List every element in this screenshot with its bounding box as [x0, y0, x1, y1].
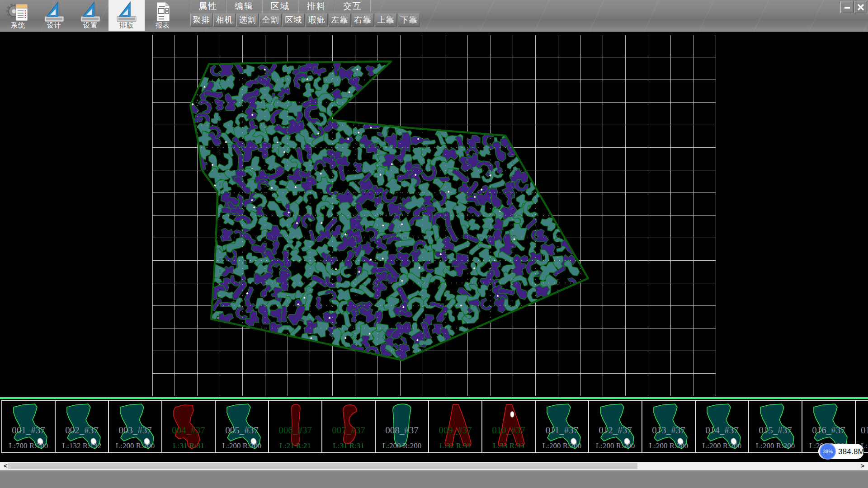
piece-id: 016_#37	[802, 425, 855, 436]
app-button-bar: 系统 设计 设置 排版 报表	[0, 0, 181, 32]
scroll-left-arrow[interactable]: <	[4, 462, 8, 470]
piece-thumbnail-015_#37[interactable]: 015_#37L:200 R:200	[748, 400, 802, 453]
piece-lr-count: L:200 R:200	[642, 441, 695, 450]
piece-lr-count: L:200 R:200	[536, 441, 588, 450]
piece-id: 006_#37	[269, 425, 321, 436]
piece-id: 010_#37	[482, 425, 535, 436]
scroll-right-arrow[interactable]: >	[860, 462, 864, 470]
piece-lr-count: L:31 R:31	[162, 441, 215, 450]
piece-thumbnail-004_#37[interactable]: 004_#37L:31 R:31	[161, 400, 215, 453]
app-button-layout[interactable]: 排版	[108, 0, 145, 31]
app-button-label: 设计	[36, 21, 72, 30]
piece-id: 015_#37	[749, 425, 802, 436]
piece-thumbnail-008_#37[interactable]: 008_#37L:200 R:200	[375, 400, 428, 453]
toolbar: 系统 设计 设置 排版 报表 属性编辑区域排料交互 聚排相机选割全割区域瑕疵左靠…	[0, 0, 868, 32]
piece-lr-count: L:200 R:200	[109, 441, 161, 450]
report-icon	[151, 1, 174, 24]
piece-lr-count: L:32 R:31	[429, 441, 481, 450]
action-button-9[interactable]: 上靠	[375, 14, 397, 27]
piece-lr-count: L:200 R:200	[589, 441, 642, 450]
piece-lr-count: L:31 R:31	[322, 441, 375, 450]
piece-thumbnail-010_#37[interactable]: 010_#37L:33 R:33	[481, 400, 535, 453]
app-button-design[interactable]: 设计	[36, 0, 72, 31]
action-button-1[interactable]: 聚排	[190, 14, 212, 27]
menu-tab-5[interactable]: 交互	[335, 0, 371, 13]
piece-thumbnail-011_#37[interactable]: 011_#37L:200 R:200	[535, 400, 588, 453]
close-button[interactable]	[854, 1, 867, 13]
app-button-system[interactable]: 系统	[0, 0, 36, 31]
minimize-icon	[843, 3, 851, 11]
action-button-5[interactable]: 区域	[283, 14, 305, 27]
piece-thumbnail-013_#37[interactable]: 013_#37L:200 R:200	[642, 400, 695, 453]
piece-id: 002_#37	[56, 425, 108, 436]
piece-lr-count: L:132 R:132	[56, 441, 108, 450]
piece-thumbnail-014_#37[interactable]: 014_#37L:200 R:200	[695, 400, 748, 453]
action-button-bar: 聚排相机选割全割区域瑕疵左靠右靠上靠下靠	[190, 14, 420, 27]
piece-id: 008_#37	[376, 425, 428, 436]
menu-tab-4[interactable]: 排料	[298, 0, 335, 13]
action-button-10[interactable]: 下靠	[398, 14, 420, 27]
canvas-strip-separator	[0, 397, 868, 399]
piece-id: 014_#37	[696, 425, 748, 436]
horizontal-scrollbar[interactable]: < >	[0, 462, 868, 470]
progress-value: 38%	[823, 449, 833, 454]
piece-id: 012_#37	[589, 425, 642, 436]
piece-thumbnail-003_#37[interactable]: 003_#37L:200 R:200	[108, 400, 161, 453]
piece-thumbnail-005_#37[interactable]: 005_#37L:200 R:200	[215, 400, 268, 453]
menu-tab-2[interactable]: 编辑	[226, 0, 262, 13]
piece-id: 004_#37	[162, 425, 215, 436]
scrollbar-thumb[interactable]	[8, 463, 637, 469]
app-button-label: 设置	[72, 21, 108, 30]
app-button-label: 排版	[108, 21, 145, 30]
menu-tab-3[interactable]: 区域	[262, 0, 298, 13]
status-pill: 38% 384.8M	[818, 444, 864, 459]
piece-lr-count: L:200 R:200	[749, 441, 802, 450]
piece-thumbnail-009_#37[interactable]: 009_#37L:32 R:31	[428, 400, 481, 453]
piece-lr-count: L:200 R:200	[696, 441, 748, 450]
piece-id: 003_#37	[109, 425, 161, 436]
piece-id: 013_#37	[642, 425, 695, 436]
menu-tab-1[interactable]: 属性	[190, 0, 226, 13]
piece-thumbnail-012_#37[interactable]: 012_#37L:200 R:200	[588, 400, 642, 453]
piece-thumbnail-007_#37[interactable]: 007_#37L:31 R:31	[321, 400, 375, 453]
piece-lr-count: L:21 R:21	[269, 441, 321, 450]
nested-pieces	[182, 58, 580, 366]
piece-id: 005_#37	[216, 425, 268, 436]
action-button-6[interactable]: 瑕疵	[306, 14, 328, 27]
piece-thumbnail-002_#37[interactable]: 002_#37L:132 R:132	[55, 400, 108, 453]
nesting-canvas[interactable]	[0, 32, 868, 397]
action-button-8[interactable]: 右靠	[352, 14, 374, 27]
piece-id: 009_#37	[429, 425, 481, 436]
piece-lr-count: L:200 R:200	[216, 441, 268, 450]
app-button-settings[interactable]: 设置	[72, 0, 108, 31]
piece-thumbnail-001_#37[interactable]: 001_#37L:700 R:700	[1, 400, 55, 453]
memory-usage: 384.8M	[838, 447, 864, 456]
action-button-2[interactable]: 相机	[213, 14, 236, 27]
action-button-3[interactable]: 选割	[236, 14, 259, 27]
window-controls	[840, 1, 867, 13]
piece-lr-count: L:700 R:700	[2, 441, 55, 450]
minimize-button[interactable]	[840, 1, 854, 13]
menu-tab-bar: 属性编辑区域排料交互	[190, 0, 371, 13]
nesting-canvas-svg	[0, 32, 868, 397]
piece-id: 001_#37	[2, 425, 55, 436]
close-icon	[857, 3, 865, 11]
action-button-7[interactable]: 左靠	[329, 14, 351, 27]
app-button-report[interactable]: 报表	[145, 0, 181, 31]
piece-thumbnail-006_#37[interactable]: 006_#37L:21 R:21	[268, 400, 321, 453]
piece-lr-count: L:200 R:200	[376, 441, 428, 450]
app-button-label: 系统	[0, 21, 36, 30]
piece-lr-count: L:33 R:33	[482, 441, 535, 450]
app-button-label: 报表	[145, 21, 181, 30]
piece-id: 017_#37	[856, 425, 868, 436]
progress-badge: 38%	[820, 443, 836, 460]
piece-thumbnail-strip: 001_#37L:700 R:700 002_#37L:132 R:132 00…	[1, 400, 868, 453]
action-button-4[interactable]: 全割	[259, 14, 282, 27]
bottom-bar	[0, 470, 868, 488]
piece-id: 007_#37	[322, 425, 375, 436]
piece-id: 011_#37	[536, 425, 588, 436]
